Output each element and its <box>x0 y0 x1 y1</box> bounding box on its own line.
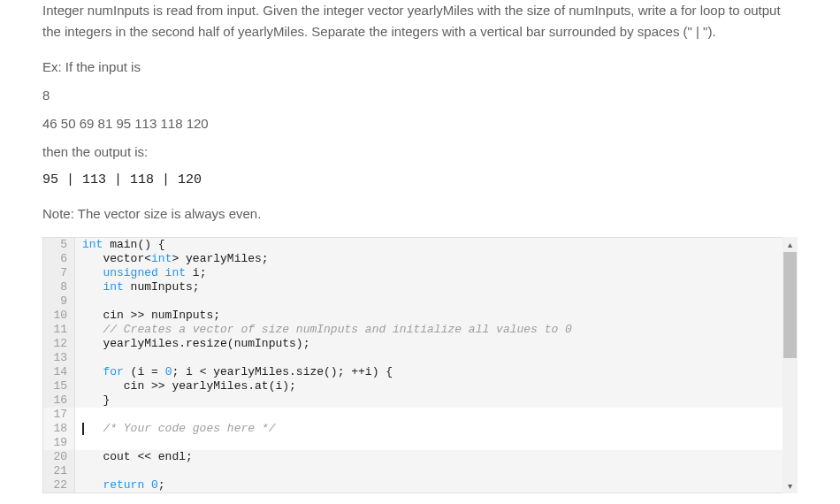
code-content: // Creates a vector of size numInputs an… <box>75 323 797 337</box>
code-content <box>75 464 797 478</box>
code-token: ; i < yearlyMiles.size(); ++i) { <box>172 365 393 378</box>
example-label: Ex: If the input is <box>42 57 798 78</box>
code-token <box>82 422 103 435</box>
scrollbar-thumb[interactable] <box>783 252 797 358</box>
code-line: 14 for (i = 0; i < yearlyMiles.size(); +… <box>43 365 797 379</box>
line-number: 9 <box>43 294 75 309</box>
code-token: main() { <box>103 238 164 251</box>
code-content: int main() { <box>75 238 797 252</box>
code-token: (i = <box>124 365 165 378</box>
line-number: 22 <box>43 478 75 493</box>
example-input-2: 46 50 69 81 95 113 118 120 <box>42 113 798 134</box>
code-content: cout << endl; <box>75 450 797 464</box>
code-token: return <box>103 478 144 492</box>
scroll-up-arrow-icon[interactable]: ▴ <box>783 237 798 252</box>
code-line: 16 } <box>43 393 797 408</box>
code-line: 20 cout << endl; <box>43 450 797 464</box>
code-token: vector <box>82 252 144 265</box>
code-token: for <box>103 365 123 378</box>
code-line: 10 cin >> numInputs; <box>43 309 797 323</box>
code-content[interactable] <box>75 436 797 450</box>
code-token <box>82 365 103 378</box>
code-content: unsigned int i; <box>75 266 797 280</box>
code-line[interactable]: 18 /* Your code goes here */ <box>43 422 797 436</box>
code-line: 15 cin >> yearlyMiles.at(i); <box>43 379 797 393</box>
code-line: 21 <box>43 464 797 478</box>
code-content: int numInputs; <box>75 280 797 294</box>
scroll-down-arrow-icon[interactable]: ▾ <box>783 478 798 493</box>
code-content: } <box>75 393 797 408</box>
code-line: 5int main() { <box>43 238 797 252</box>
line-number: 14 <box>43 365 75 379</box>
line-number: 12 <box>43 337 75 351</box>
code-content: vector<int> yearlyMiles; <box>75 252 797 266</box>
line-number: 13 <box>43 351 75 365</box>
code-line: 13 <box>43 351 797 365</box>
code-content: for (i = 0; i < yearlyMiles.size(); ++i)… <box>75 365 797 379</box>
code-token: int <box>151 252 172 265</box>
code-token: int <box>103 280 123 294</box>
line-number: 16 <box>43 393 75 408</box>
code-token: numInputs; <box>124 280 200 294</box>
line-number: 20 <box>43 450 75 464</box>
code-token: cin >> yearlyMiles.at(i); <box>82 379 296 393</box>
code-token: yearlyMiles.resize(numInputs); <box>82 337 309 350</box>
line-number: 6 <box>43 252 75 266</box>
line-number: 17 <box>43 408 75 422</box>
note-text: Note: The vector size is always even. <box>42 203 798 225</box>
code-token: < <box>144 252 151 265</box>
output-value: 95 | 113 | 118 | 120 <box>42 170 798 191</box>
problem-description: Integer numInputs is read from input. Gi… <box>42 0 798 42</box>
code-content[interactable] <box>75 408 797 422</box>
code-token <box>82 323 103 336</box>
code-editor[interactable]: 5int main() {6 vector<int> yearlyMiles;7… <box>42 237 798 493</box>
code-line: 9 <box>43 294 797 309</box>
code-content: cin >> numInputs; <box>75 309 797 323</box>
editor-container: 5int main() {6 vector<int> yearlyMiles;7… <box>42 237 798 493</box>
line-number: 8 <box>43 280 75 294</box>
code-token <box>82 478 103 492</box>
code-line: 6 vector<int> yearlyMiles; <box>43 252 797 266</box>
code-line[interactable]: 19 <box>43 436 797 450</box>
code-content <box>75 351 797 365</box>
code-line[interactable]: 17 <box>43 408 797 422</box>
code-content[interactable]: /* Your code goes here */ <box>75 422 797 436</box>
code-token <box>82 280 103 294</box>
line-number: 19 <box>43 436 75 450</box>
code-token <box>82 266 103 279</box>
content-wrapper: Integer numInputs is read from input. Gi… <box>0 0 840 504</box>
line-number: 5 <box>43 238 75 252</box>
line-number: 7 <box>43 266 75 280</box>
line-number: 15 <box>43 379 75 393</box>
code-token: 0 <box>151 478 158 492</box>
code-token: yearlyMiles; <box>179 252 268 265</box>
output-label: then the output is: <box>42 141 798 163</box>
code-content: cin >> yearlyMiles.at(i); <box>75 379 797 393</box>
scrollbar-track[interactable]: ▴ ▾ <box>783 237 798 493</box>
code-line: 22 return 0; <box>43 478 797 493</box>
code-content: yearlyMiles.resize(numInputs); <box>75 337 797 351</box>
code-content <box>75 294 797 309</box>
code-line: 11 // Creates a vector of size numInputs… <box>43 323 797 337</box>
line-number: 10 <box>43 309 75 323</box>
code-content: return 0; <box>75 478 797 493</box>
code-token: cin >> numInputs; <box>82 309 220 322</box>
code-token: unsigned int <box>103 266 186 279</box>
code-token <box>144 478 151 492</box>
code-token: int <box>82 238 103 251</box>
code-token: // Creates a vector of size numInputs an… <box>103 323 572 336</box>
code-token: } <box>82 393 110 407</box>
code-token: /* Your code goes here */ <box>103 422 275 435</box>
code-token: i; <box>186 266 206 279</box>
code-line: 7 unsigned int i; <box>43 266 797 280</box>
line-number: 21 <box>43 464 75 478</box>
line-number: 11 <box>43 323 75 337</box>
code-token: cout << endl; <box>82 450 193 463</box>
code-token: ; <box>158 478 165 492</box>
line-number: 18 <box>43 422 75 436</box>
code-line: 12 yearlyMiles.resize(numInputs); <box>43 337 797 351</box>
code-line: 8 int numInputs; <box>43 280 797 294</box>
example-input-1: 8 <box>42 85 798 106</box>
